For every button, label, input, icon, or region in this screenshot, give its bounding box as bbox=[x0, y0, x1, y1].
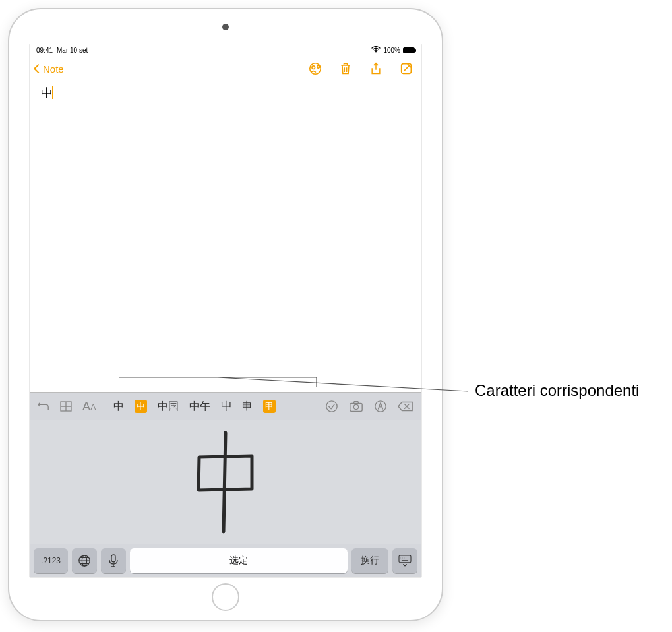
handwritten-stroke bbox=[189, 429, 262, 535]
camera-icon[interactable] bbox=[344, 393, 369, 420]
candidate-5[interactable]: 屮 bbox=[216, 393, 237, 420]
chevron-left-icon bbox=[34, 64, 43, 73]
return-key[interactable]: 换行 bbox=[351, 548, 388, 573]
text-format-icon[interactable]: Aα bbox=[77, 393, 102, 420]
checkmark-circle-icon[interactable] bbox=[320, 393, 344, 420]
keyboard-bottom-row: .?123 选定 换行 bbox=[30, 544, 421, 577]
battery-percent: 100% bbox=[383, 47, 400, 54]
note-body[interactable]: 中 bbox=[30, 81, 421, 392]
battery-icon bbox=[403, 47, 415, 53]
callout-label: Caratteri corrispondenti bbox=[475, 381, 639, 400]
candidate-3[interactable]: 中国 bbox=[152, 393, 184, 420]
candidate-4[interactable]: 中午 bbox=[184, 393, 216, 420]
svg-point-6 bbox=[326, 401, 337, 412]
numbers-key[interactable]: .?123 bbox=[34, 548, 68, 573]
keyboard-area: Aα 中 中 中国 中午 屮 申 甲 bbox=[30, 392, 421, 577]
front-camera bbox=[222, 24, 229, 30]
svg-rect-12 bbox=[111, 555, 115, 562]
text-cursor bbox=[52, 86, 53, 99]
entered-character: 中 bbox=[40, 85, 53, 101]
svg-point-8 bbox=[353, 404, 358, 409]
wifi-icon bbox=[371, 46, 381, 54]
undo-icon[interactable] bbox=[32, 393, 55, 420]
status-bar: 09:41 Mar 10 set 100% bbox=[30, 44, 421, 56]
compose-icon[interactable] bbox=[399, 61, 413, 76]
candidate-1[interactable]: 中 bbox=[108, 393, 129, 420]
trash-icon[interactable] bbox=[338, 61, 353, 76]
candidate-2[interactable]: 中 bbox=[129, 393, 152, 420]
svg-point-0 bbox=[375, 51, 377, 53]
back-label: Note bbox=[43, 63, 64, 75]
globe-key[interactable] bbox=[72, 548, 97, 573]
candidate-7[interactable]: 甲 bbox=[258, 393, 281, 420]
people-icon[interactable] bbox=[308, 61, 322, 76]
dismiss-keyboard-key[interactable] bbox=[392, 548, 417, 573]
space-bar[interactable]: 选定 bbox=[130, 548, 348, 573]
handwriting-pad[interactable] bbox=[30, 420, 421, 544]
share-icon[interactable] bbox=[369, 61, 383, 76]
status-date: Mar 10 set bbox=[57, 47, 88, 54]
ipad-device-frame: 09:41 Mar 10 set 100% Note bbox=[8, 8, 443, 621]
screen: 09:41 Mar 10 set 100% Note bbox=[29, 44, 422, 578]
nav-bar: Note bbox=[30, 56, 421, 81]
home-button[interactable] bbox=[212, 583, 239, 611]
svg-point-3 bbox=[317, 65, 320, 68]
backspace-icon[interactable] bbox=[392, 393, 419, 420]
candidate-6[interactable]: 申 bbox=[237, 393, 258, 420]
dictation-key[interactable] bbox=[101, 548, 126, 573]
candidate-bar: Aα 中 中 中国 中午 屮 申 甲 bbox=[30, 393, 421, 420]
grid-icon[interactable] bbox=[55, 393, 77, 420]
back-button[interactable]: Note bbox=[35, 63, 64, 75]
svg-point-2 bbox=[312, 66, 315, 69]
status-time: 09:41 bbox=[36, 47, 53, 54]
marker-circle-icon[interactable] bbox=[369, 393, 392, 420]
svg-point-9 bbox=[375, 401, 386, 412]
